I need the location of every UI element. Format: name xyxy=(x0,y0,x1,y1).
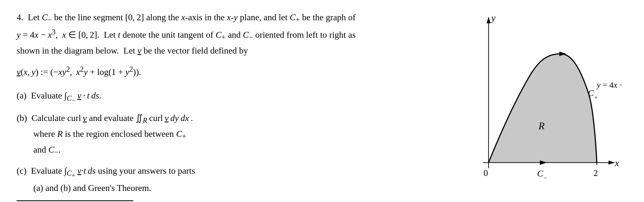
x-axis-arrow xyxy=(608,161,615,165)
problem-number: 4. xyxy=(17,12,23,22)
text-column: 4. Let C− be the line segment [0, 2] alo… xyxy=(17,10,444,196)
r-label: R xyxy=(538,120,545,132)
bottom-underline xyxy=(17,200,133,201)
part-a-label: (a) xyxy=(17,90,29,100)
c-minus-label: C− xyxy=(537,168,547,181)
curve-equation-label: y = 4x − x3 xyxy=(596,79,622,90)
part-c-label: (c) xyxy=(17,166,29,176)
two-label: 2 xyxy=(593,168,598,178)
part-b: (b) Calculate curl v and evaluate ∬R cur… xyxy=(17,111,444,158)
part-c: (c) Evaluate ∫C+ v·t ds using your answe… xyxy=(17,163,444,195)
problem-text: 4. Let C− be the line segment [0, 2] alo… xyxy=(17,10,444,58)
origin-label: 0 xyxy=(484,168,488,178)
diagram-column: y x 0 2 C− C+ y = 4x − x3 R xyxy=(455,10,627,196)
x-axis-label: x xyxy=(615,158,619,168)
part-b-label: (b) xyxy=(17,113,29,123)
vector-field-equation: v(x, y) := (−xy2, x2y + log(1 + y2)). xyxy=(17,63,444,79)
y-axis-arrow xyxy=(487,17,490,23)
region-fill xyxy=(489,54,597,163)
y-axis-label: y xyxy=(490,13,496,23)
diagram-svg: y x 0 2 C− C+ y = 4x − x3 R xyxy=(461,13,622,196)
part-a: (a) Evaluate ∫C− v · t ds. xyxy=(17,88,444,105)
page-container: 4. Let C− be the line segment [0, 2] alo… xyxy=(0,0,644,202)
